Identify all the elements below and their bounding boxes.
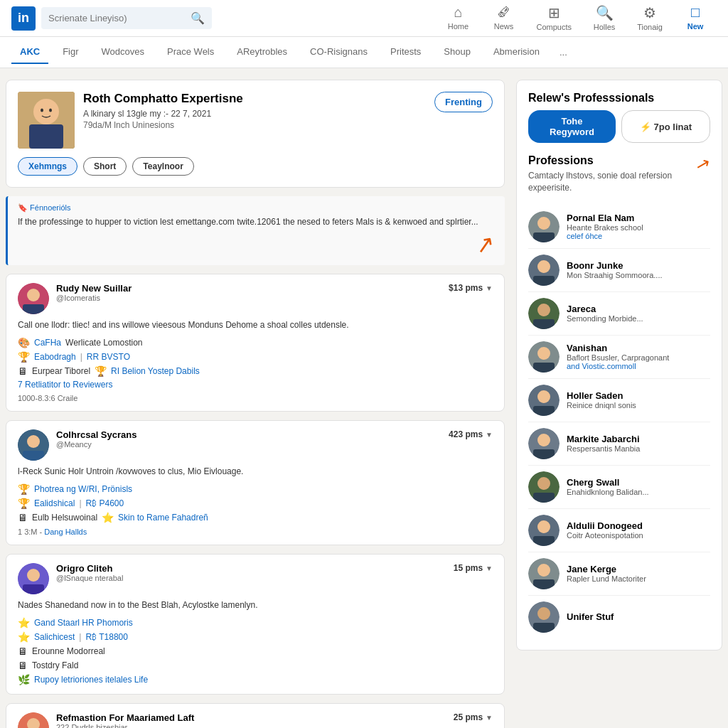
subnav-areytrobles[interactable]: AReytrobles <box>228 41 296 64</box>
prof-item-1[interactable]: Pornal Ela Nam Heante Brakes school cele… <box>528 205 710 249</box>
prof-desc-3: Semonding Morbide... <box>567 314 710 323</box>
sub-navigation: AKC Figr Wodcoves Prace Wels AReytrobles… <box>0 37 728 68</box>
feed-user-name-3: Origro Cliteh <box>56 563 446 574</box>
prof-avatar-8 <box>528 515 560 546</box>
feed-link-tag-2c: Skin to Rame Fahadreñ <box>118 513 208 523</box>
nav-tionaig[interactable]: ⚙ Tionaig <box>628 0 671 37</box>
nav-news[interactable]: 🗞 News <box>482 0 525 37</box>
subnav-akc[interactable]: AKC <box>11 41 48 64</box>
feed-link-tag-2b: R₿ P4600 <box>86 498 124 508</box>
feed-link-text-1a: Werlicate Lomostion <box>65 338 143 348</box>
prof-name-6: Markite Jabarchi <box>567 434 710 444</box>
subnav-pritests[interactable]: Pritests <box>382 41 429 64</box>
subnav-figr[interactable]: Figr <box>54 41 87 64</box>
feed-link-label-3b[interactable]: Salichicest <box>34 632 75 642</box>
feed-user-handle-2: @Meancy <box>56 440 441 449</box>
nav-holles[interactable]: 🔍 Holles <box>583 0 626 37</box>
search-button[interactable]: 🔍 <box>191 11 205 25</box>
prof-item-3[interactable]: Jareca Semonding Morbide... <box>528 292 710 336</box>
nav-compucts[interactable]: ⊞ Compucts <box>528 0 580 37</box>
feed-avatar-3[interactable] <box>18 563 49 594</box>
feed-link-label-3a[interactable]: Gand Staarl HR Phomoris <box>34 618 133 628</box>
prof-link-1[interactable]: celef óhce <box>567 232 710 240</box>
prof-item-6[interactable]: Markite Jabarchi Respersantis Manbia <box>528 422 710 466</box>
right-sidebar: Relew's Professsionals Tohe Regyword ⚡ 7… <box>516 80 722 728</box>
mention-link[interactable]: 🔖 Fénnoerióls <box>18 203 71 212</box>
search-bar[interactable]: 🔍 <box>41 7 212 29</box>
feed-footer-link-2[interactable]: Dang Hallds <box>44 528 87 536</box>
prof-info-9: Jane Kerge Rapler Lund Mactoriter <box>567 564 710 583</box>
chevron-icon-2[interactable]: ▼ <box>486 431 493 439</box>
feed-link-label-3e[interactable]: Rupoy letrioriones itelales Life <box>34 675 148 685</box>
subnav-prace-wels[interactable]: Prace Wels <box>159 41 223 64</box>
tag-teaylnoor[interactable]: Teaylnoor <box>132 157 193 176</box>
prof-item-10[interactable]: Unifer Stuf <box>528 596 710 638</box>
feed-link-item-2c: 🖥 Eulb Helsuwoinal ⭐ Skin to Rame Fahadr… <box>18 512 493 523</box>
chevron-icon-1[interactable]: ▼ <box>486 284 493 292</box>
feed-avatar-2[interactable] <box>18 429 49 461</box>
prof-info-4: Vanishan Baflort Bsusler, Carpragonant a… <box>567 343 710 370</box>
svg-point-31 <box>537 390 550 403</box>
feed-link-item-2a: 🏆 Photrea ng W/RI, Prönisls <box>18 483 493 495</box>
tag-xehmngs[interactable]: Xehmngs <box>18 157 77 176</box>
feed-link-icon-1c2: 🏆 <box>95 365 107 377</box>
prof-item-7[interactable]: Cherg Swall Enahidknlong Balidan... <box>528 466 710 509</box>
prof-avatar-9 <box>528 558 560 589</box>
linkedin-logo[interactable]: in <box>11 6 36 31</box>
feed-avatar-circle-1 <box>18 283 49 314</box>
subnav-abmerision[interactable]: Abmerision <box>485 41 548 64</box>
prof-item-2[interactable]: Boonr Junke Mon Straahig Sommoora.... <box>528 249 710 292</box>
profile-action-button[interactable]: Frenting <box>434 92 493 112</box>
prof-desc-5: Reinice dniqnl sonis <box>567 401 710 410</box>
feed-link-extra-label-1[interactable]: 7 Retliatitor to Reviewers <box>18 380 112 390</box>
prof-name-9: Jane Kerge <box>567 564 710 574</box>
prof-item-8[interactable]: Aldulii Donogeed Coitr Aoteonispotation <box>528 509 710 552</box>
prof-item-5[interactable]: Holler Saden Reinice dniqnl sonis <box>528 379 710 422</box>
prof-name-10: Unifer Stuf <box>567 611 710 622</box>
sidebar-secondary-button[interactable]: ⚡ 7po linat <box>621 110 710 143</box>
subnav-wodcoves[interactable]: Wodcoves <box>93 41 153 64</box>
subnav-more[interactable]: ... <box>554 41 573 63</box>
feed-link-label-2a[interactable]: Photrea ng W/RI, Prönisls <box>34 484 132 494</box>
prof-info-5: Holler Saden Reinice dniqnl sonis <box>567 390 710 410</box>
feed-link-icon-1a: 🎨 <box>18 337 30 348</box>
svg-rect-29 <box>533 363 555 373</box>
svg-rect-26 <box>533 319 555 329</box>
prof-link-4[interactable]: and Viostic.commoll <box>567 362 710 370</box>
avatar-svg <box>18 92 75 149</box>
feed-avatar-1[interactable] <box>18 283 49 314</box>
svg-rect-41 <box>533 536 555 546</box>
nav-new[interactable]: □ New <box>674 0 717 37</box>
top-navigation: in 🔍 ⌂ Home 🗞 News ⊞ Compucts 🔍 Holles ⚙… <box>0 0 728 37</box>
nav-home[interactable]: ⌂ Home <box>437 0 479 37</box>
professions-title: Professions <box>528 154 710 167</box>
subnav-shoup[interactable]: Shoup <box>435 41 479 64</box>
feed-avatar-circle-2 <box>18 429 49 461</box>
svg-rect-47 <box>533 623 555 633</box>
feed-link-divider-3b: | <box>79 632 81 642</box>
feed-link-item-3c: 🖥 Erounne Modorreal <box>18 646 493 657</box>
search-input[interactable] <box>48 13 191 23</box>
svg-point-10 <box>27 435 40 448</box>
sidebar-primary-button[interactable]: Tohe Regyword <box>528 110 616 143</box>
feed-meta-3: 15 pms ▼ <box>454 563 493 573</box>
feed-avatar-circle-4 <box>18 712 49 728</box>
feed-avatar-4[interactable] <box>18 712 49 728</box>
prof-item-4[interactable]: Vanishan Baflort Bsusler, Carpragonant a… <box>528 336 710 379</box>
feed-link-label-2b[interactable]: Ealidshical <box>34 498 75 508</box>
main-content: Roth Comphatto Expertisne A lkinary sl 1… <box>6 80 505 728</box>
svg-point-19 <box>537 217 550 230</box>
feed-link-label-1a[interactable]: CaFHa <box>34 338 61 348</box>
prof-avatar-6 <box>528 428 560 459</box>
prof-item-9[interactable]: Jane Kerge Rapler Lund Mactoriter <box>528 552 710 596</box>
feed-link-divider-1b: | <box>80 352 82 362</box>
tag-short[interactable]: Short <box>83 157 127 176</box>
profile-avatar <box>18 92 75 149</box>
feed-link-label-1b[interactable]: Eabodragh <box>34 352 76 362</box>
svg-point-46 <box>537 607 550 620</box>
subnav-co-risignans[interactable]: CO-Risignans <box>301 41 376 64</box>
chevron-icon-4[interactable]: ▼ <box>486 714 493 722</box>
svg-point-4 <box>41 109 43 112</box>
mention-header: 🔖 Fénnoerióls <box>18 203 495 213</box>
chevron-icon-3[interactable]: ▼ <box>486 564 493 572</box>
